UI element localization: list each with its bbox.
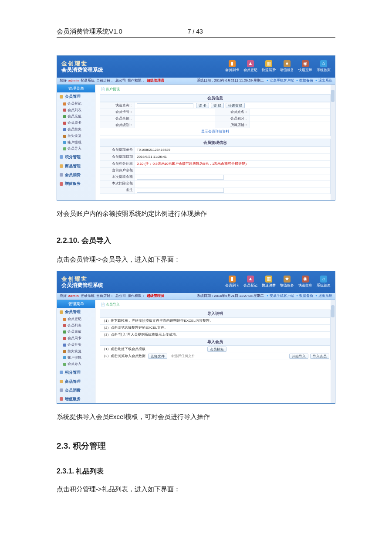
header-shortcut-3[interactable]: ★增值服务	[280, 60, 294, 73]
shortcut-icon: ★	[284, 276, 291, 283]
value-ratio: 0.10 (注：0.5表示10元账户余额可以折现为5元，1表示余额可全部折现)	[135, 161, 330, 167]
sidebar-item[interactable]: 账户提现	[63, 355, 95, 361]
shortcut-icon: ▲	[247, 276, 254, 283]
import-row2-label: （2）点击浏览导入会员数据	[100, 353, 147, 360]
remark-input[interactable]	[137, 188, 224, 193]
sidebar-section-goods[interactable]: 商品管理	[57, 378, 95, 385]
label-balance: 会员余额：	[100, 116, 135, 122]
scrollbar[interactable]	[331, 85, 335, 200]
shortcut-label: 系统首页	[317, 283, 331, 289]
show-detail-link[interactable]: 显示会员详细资料	[100, 128, 330, 136]
shortcut-icon: ◉	[302, 60, 309, 67]
header-shortcut-1[interactable]: ▲会员登记	[243, 276, 257, 289]
doc-title: 会员消费管理系统V1.0	[57, 26, 122, 37]
header-shortcut-2[interactable]: ▥快速消费	[262, 60, 276, 73]
explain-line-1: （1）先下载模板，严格按照模板文件里面的说明进行EXCEL内容整理。	[100, 318, 330, 324]
shortcut-label: 会员刷卡	[225, 283, 239, 289]
sidebar-item[interactable]: 会员挂失	[63, 126, 95, 133]
header-link[interactable]: 🔹安卓手机客户端	[265, 78, 294, 82]
shortcut-label: 快速交班	[298, 68, 312, 73]
shortcut-icon: ▮	[229, 276, 236, 283]
sidebar-item[interactable]: 会员充值	[63, 113, 95, 120]
page-number: 7 / 43	[188, 27, 203, 36]
sidebar: 管理菜单 会员管理会员登记会员列表会员充值会员刷卡会员挂失挂失恢复账户提现会员导…	[57, 300, 95, 403]
shortcut-label: 会员登记	[243, 68, 257, 73]
shortcut-label: 快速交班	[298, 283, 312, 289]
shortcut-icon: ▥	[265, 60, 272, 67]
sidebar-item[interactable]: 挂失恢复	[63, 348, 95, 355]
shortcut-icon: ⌂	[320, 60, 327, 67]
header-shortcut-5[interactable]: ⌂系统首页	[317, 276, 331, 289]
sidebar-section-member[interactable]: 会员管理	[57, 308, 95, 316]
label-level: 会员级别：	[100, 122, 135, 128]
label-date: 会员提现日期	[100, 154, 135, 160]
heading-2-2-10: 2.2.10. 会员导入	[57, 235, 335, 246]
sidebar-item[interactable]: 会员挂失	[63, 342, 95, 348]
shortcut-icon: ▥	[265, 276, 272, 283]
sidebar-item[interactable]: 账户提现	[63, 140, 95, 146]
label-order-no: 会员提现单号	[100, 147, 135, 153]
label-ratio: 会员积分比率	[100, 161, 135, 167]
header-link[interactable]: 🔹数据备份	[294, 294, 313, 298]
logo-line1: 金创耀世	[61, 276, 88, 282]
template-button[interactable]: 会员模板	[207, 347, 226, 352]
header-shortcut-1[interactable]: ▲会员登记	[243, 60, 257, 73]
sidebar-item[interactable]: 会员刷卡	[63, 120, 95, 126]
sidebar-item[interactable]: 会员导入	[63, 146, 95, 152]
quick-search-input[interactable]	[137, 103, 193, 108]
find-button[interactable]: 查 找	[211, 103, 224, 108]
logo-line2: 会员消费管理系统	[61, 67, 103, 73]
scrollbar[interactable]	[331, 300, 335, 403]
header-shortcut-2[interactable]: ▥快速消费	[262, 276, 276, 289]
sidebar-item[interactable]: 会员登记	[63, 101, 95, 107]
shortcut-label: 会员刷卡	[225, 68, 239, 73]
shortcut-label: 增值服务	[280, 283, 294, 289]
sidebar-section-points[interactable]: 积分管理	[57, 368, 95, 376]
sidebar: 管理菜单 会员管理会员登记会员列表会员充值会员刷卡会员挂失挂失恢复账户提现会员导…	[57, 85, 95, 200]
sidebar-section-points[interactable]: 积分管理	[57, 153, 95, 161]
shortcut-label: 会员登记	[243, 283, 257, 289]
screenshot-import: 金创耀世 会员消费管理系统 ▮会员刷卡▲会员登记▥快速消费★增值服务◉快速交班⌂…	[57, 271, 335, 404]
sidebar-item[interactable]: 会员刷卡	[63, 335, 95, 342]
shortcut-icon: ▮	[229, 60, 236, 67]
sidebar-section-value[interactable]: 增值服务	[57, 180, 95, 187]
header-shortcut-0[interactable]: ▮会员刷卡	[225, 60, 239, 73]
header-link[interactable]: 🔹退出系统	[313, 294, 332, 298]
read-card-button[interactable]: 读 卡	[196, 103, 209, 108]
header-shortcut-4[interactable]: ◉快速交班	[298, 276, 312, 289]
sidebar-section-goods[interactable]: 商品管理	[57, 162, 95, 170]
sidebar-item[interactable]: 会员导入	[63, 361, 95, 368]
sidebar-item[interactable]: 挂失恢复	[63, 133, 95, 140]
sidebar-section-value[interactable]: 增值服务	[57, 395, 95, 403]
screenshot-withdraw: 金创耀世 会员消费管理系统 ▮会员刷卡▲会员登记▥快速消费★增值服务◉快速交班⌂…	[57, 55, 335, 201]
value-date: 2016/6/21 11:26:41	[135, 154, 330, 160]
panel-title-member-info: 会员信息	[100, 95, 330, 102]
breadcrumb: 您好admin登录系统当前店铺：总公司操作权限：超级管理员	[60, 293, 166, 299]
header-shortcut-5[interactable]: ⌂系统首页	[317, 60, 331, 73]
sidebar-section-consume[interactable]: 会员消费	[57, 386, 95, 394]
sidebar-item[interactable]: 会员列表	[63, 323, 95, 329]
label-withdraw-amt: 本次提取金额	[100, 174, 135, 180]
sidebar-item[interactable]: 会员登记	[63, 316, 95, 323]
paragraph-3: 系统提供导入会员Excel模板，可对会员进行导入操作	[57, 412, 335, 422]
header-shortcut-0[interactable]: ▮会员刷卡	[225, 276, 239, 289]
explain-line-2: （2）点击浏览选择整理好的EXCEL文件。	[100, 325, 330, 331]
start-import-button[interactable]: 开始导入	[289, 354, 308, 359]
header-link[interactable]: 🔹数据备份	[294, 78, 313, 82]
header-link[interactable]: 🔹退出系统	[313, 78, 332, 82]
header-shortcut-3[interactable]: ★增值服务	[280, 276, 294, 289]
header-shortcut-4[interactable]: ◉快速交班	[298, 60, 312, 73]
browse-file-button[interactable]: 选择文件	[148, 354, 167, 359]
app-logo: 金创耀世 会员消费管理系统	[61, 276, 103, 288]
sidebar-item[interactable]: 会员列表	[63, 107, 95, 114]
sidebar-section-member[interactable]: 会员管理	[57, 92, 95, 100]
sidebar-item[interactable]: 会员充值	[63, 329, 95, 335]
quick-find-button[interactable]: 快速查找	[226, 103, 245, 108]
paragraph-2: 点击会员管理->会员导入，进入如下界面：	[57, 254, 335, 265]
sidebar-section-consume[interactable]: 会员消费	[57, 171, 95, 179]
status-right: 系统日期：2016年6月21日 11:26:39 星期二 🔹安卓手机客户端 🔹数…	[197, 78, 332, 84]
withdraw-input[interactable]	[137, 175, 224, 180]
header-link[interactable]: 🔹安卓手机客户端	[265, 294, 294, 298]
content-crumb: 📄 会员导入	[100, 302, 331, 310]
import-member-button[interactable]: 导入会员	[310, 354, 329, 359]
